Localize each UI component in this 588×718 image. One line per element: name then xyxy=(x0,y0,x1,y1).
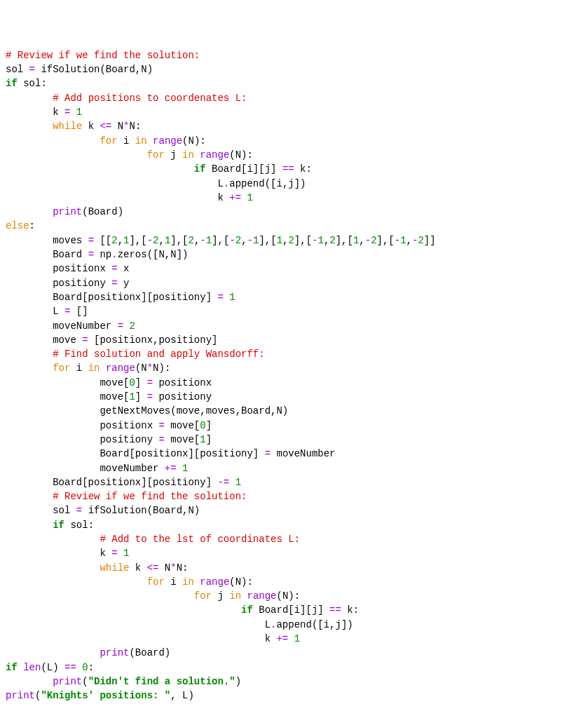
code-token-num: 1 xyxy=(76,107,82,118)
code-line: # Review if we find the solution: xyxy=(6,48,582,62)
code-token-nm: positionx xyxy=(153,377,212,388)
code-line: print("Didn't find a solution.") xyxy=(6,675,582,689)
code-token-pk: = xyxy=(111,263,117,274)
code-line: Board = np.zeros([N,N]) xyxy=(6,248,582,262)
code-token-nm: L xyxy=(6,178,224,189)
code-token-nm: [positionx,positiony] xyxy=(88,334,218,346)
code-token-num: 2 xyxy=(371,235,376,246)
code-line: Board[positionx][positiony] -= 1 xyxy=(6,475,582,489)
code-token-nm: Board[positionx][positiony] xyxy=(6,477,217,488)
code-token-kwc: in xyxy=(182,576,194,588)
code-token-nm: ],[ xyxy=(170,235,188,246)
code-token-nm: positionx xyxy=(6,420,158,431)
code-token-nm: , xyxy=(406,235,412,246)
code-token-nm: (N): xyxy=(229,149,253,161)
code-token-pk: - xyxy=(365,235,371,246)
code-token-nm: Board[i][j] xyxy=(206,163,282,175)
code-token-nm xyxy=(6,562,100,574)
code-token-num: 0 xyxy=(129,377,135,388)
code-line: moveNumber += 1 xyxy=(6,461,582,475)
code-line: k = 1 xyxy=(6,546,582,560)
code-token-nm: ],[ xyxy=(377,235,395,246)
code-line: # Review if we find the solution: xyxy=(6,489,582,503)
code-token-nm: move[ xyxy=(165,434,200,445)
code-line: moveNumber = 2 xyxy=(6,319,582,333)
code-line: while k <= N*N: xyxy=(6,561,582,575)
code-token-nm: [[ xyxy=(94,235,111,246)
code-token-nm: moveNumber xyxy=(6,320,118,332)
code-token-kw: if xyxy=(6,662,18,673)
code-token-nm: y xyxy=(118,278,130,289)
code-token-nm: , L) xyxy=(170,690,194,701)
code-token-num: 2 xyxy=(189,235,194,246)
code-token-pk: range xyxy=(200,149,229,161)
code-line: k = 1 xyxy=(6,105,582,119)
code-token-nm: getNextMoves(move,moves,Board,N) xyxy=(6,405,288,416)
code-token-nm: L xyxy=(6,306,64,317)
code-token-pk: range xyxy=(106,363,135,374)
code-token-nm: np xyxy=(94,249,111,260)
code-line: L.append([i,j]) xyxy=(6,618,582,632)
code-token-pk: = xyxy=(88,249,94,260)
code-token-kwc: for xyxy=(53,363,70,374)
code-token-num: 1 xyxy=(229,292,235,303)
code-line: positionx = move[0] xyxy=(6,419,582,433)
code-token-nm: move[ xyxy=(165,420,200,431)
code-token-cm: # Review if we find the solution: xyxy=(53,491,247,502)
code-line: Board[positionx][positiony] = 1 xyxy=(6,290,582,304)
code-line: # Add positions to coordenates L: xyxy=(6,91,582,105)
code-token-kwc: for xyxy=(147,149,165,161)
code-token-nm: Board[positionx][positiony] xyxy=(6,448,265,459)
code-token-nm: (N xyxy=(135,363,147,374)
code-token-num: 2 xyxy=(288,235,294,246)
code-token-nm xyxy=(6,647,100,658)
code-token-nm: ],[ xyxy=(294,235,312,246)
code-token-nm: sol xyxy=(6,505,76,516)
code-token-cm: # Add positions to coordenates L: xyxy=(53,93,247,104)
code-token-nm: ifSolution(Board,N) xyxy=(82,505,200,516)
code-token-num: 0 xyxy=(82,662,88,673)
code-block: # Review if we find the solution:sol = i… xyxy=(6,48,582,703)
code-token-nm: (N): xyxy=(277,590,301,602)
code-token-kw: if xyxy=(241,604,253,616)
code-line: for j in range(N): xyxy=(6,589,582,603)
code-token-num: 1 xyxy=(294,633,300,644)
code-line: move[0] = positionx xyxy=(6,376,582,390)
code-line: k += 1 xyxy=(6,632,582,646)
code-token-kwc: in xyxy=(182,149,194,161)
code-token-nm xyxy=(118,548,123,559)
code-token-pk: -= xyxy=(217,477,229,488)
code-token-nm xyxy=(177,463,182,474)
code-token-pk: = xyxy=(217,292,223,303)
code-token-nm: x xyxy=(118,263,130,274)
code-token-nm: zeros([N,N]) xyxy=(118,249,189,260)
code-token-pk: - xyxy=(229,235,235,246)
code-token-nm: ],[ xyxy=(336,235,353,246)
code-line: for i in range(N): xyxy=(6,134,582,148)
code-token-nm: append([i,j]) xyxy=(229,178,306,189)
code-token-nm: [] xyxy=(70,306,88,317)
code-token-pk: == xyxy=(64,662,76,673)
code-token-pk: - xyxy=(200,235,205,246)
code-line: else: xyxy=(6,219,582,233)
code-token-kwc: else xyxy=(6,220,29,231)
code-token-pk: print xyxy=(53,676,82,687)
code-line: k += 1 xyxy=(6,191,582,205)
code-token-nm: k xyxy=(6,107,64,118)
code-token-nm: ],[ xyxy=(212,235,229,246)
code-token-nm: sol xyxy=(6,64,29,75)
code-token-nm: Board[i][j] xyxy=(253,604,329,616)
code-token-nm xyxy=(229,477,235,488)
code-token-pk: = xyxy=(111,278,117,289)
code-token-num: 1 xyxy=(317,235,323,246)
code-token-nm: append([i,j]) xyxy=(276,619,353,630)
code-token-nm xyxy=(6,121,53,132)
code-token-nm: sol: xyxy=(18,78,47,89)
code-token-num: 1 xyxy=(206,235,212,246)
code-token-nm: positionx xyxy=(6,263,111,274)
code-token-pk: range xyxy=(247,590,277,602)
code-line: if sol: xyxy=(6,518,582,532)
code-token-nm: j xyxy=(212,590,229,602)
code-token-nm: i xyxy=(70,363,88,374)
code-line: positionx = x xyxy=(6,262,582,276)
